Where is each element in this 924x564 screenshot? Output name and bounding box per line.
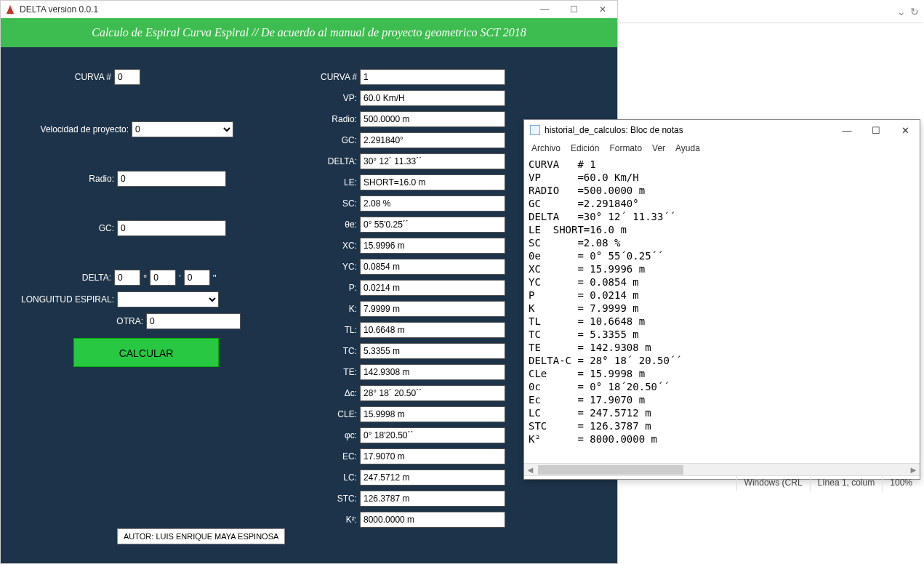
author-label: AUTOR: LUIS ENRIQUE MAYA ESPINOSA — [117, 528, 285, 544]
notepad-statusbar: Windows (CRL Línea 1, colum 100% — [524, 475, 920, 491]
delta-titlebar[interactable]: DELTA version 0.0.1 — ☐ ✕ — [1, 1, 617, 18]
app-icon — [5, 4, 15, 15]
output-panel: CURVA # VP: Radio: GC: DELTA: LE: SC: θe… — [321, 69, 510, 533]
out-tl[interactable] — [360, 322, 505, 338]
out-k[interactable] — [360, 301, 505, 317]
out-gc[interactable] — [360, 132, 505, 148]
notepad-titlebar[interactable]: historial_de_calculos: Bloc de notas — ☐… — [524, 120, 920, 140]
delta-header-banner: Calculo de Espiral Curva Espiral // De a… — [1, 18, 617, 47]
scroll-right-icon[interactable]: ► — [907, 464, 920, 475]
close-button[interactable]: ✕ — [588, 1, 617, 17]
out-radio[interactable] — [360, 111, 505, 127]
horizontal-scrollbar[interactable]: ◄ ► — [524, 463, 920, 475]
min-symbol: ' — [179, 273, 180, 283]
out-stc-label: STC: — [321, 494, 357, 504]
notepad-menu: Archivo Edición Formato Ver Ayuda — [524, 140, 920, 156]
out-lc[interactable] — [360, 470, 505, 486]
out-cle-label: CLE: — [321, 409, 357, 419]
header-text: Calculo de Espiral Curva Espiral // De a… — [92, 26, 526, 39]
scroll-thumb[interactable] — [538, 465, 683, 475]
out-le-label: LE: — [321, 177, 357, 188]
menu-ayuda[interactable]: Ayuda — [675, 143, 700, 153]
curva-input-label: CURVA # — [71, 72, 111, 82]
out-curva[interactable] — [360, 69, 505, 85]
out-gc-label: GC: — [321, 135, 357, 145]
out-vp[interactable] — [360, 90, 505, 106]
out-tc[interactable] — [360, 343, 505, 359]
out-sc-label: SC: — [321, 198, 357, 209]
notepad-textarea[interactable]: CURVA # 1 VP =60.0 Km/H RADIO =500.0000 … — [524, 156, 920, 463]
radio-input-label: Radio: — [82, 174, 114, 184]
out-k2[interactable] — [360, 512, 505, 528]
otra-input-label: OTRA: — [114, 316, 143, 326]
out-cle[interactable] — [360, 406, 505, 422]
out-vp-label: VP: — [321, 93, 357, 103]
menu-ver[interactable]: Ver — [652, 143, 665, 153]
out-thetae-label: θe: — [321, 219, 357, 230]
out-le[interactable] — [360, 174, 505, 190]
curva-input[interactable] — [114, 69, 140, 85]
delta-sec-input[interactable] — [184, 270, 210, 286]
minimize-button[interactable]: — — [530, 1, 559, 17]
otra-input[interactable] — [146, 313, 241, 329]
notepad-icon — [530, 125, 540, 135]
out-yc-label: YC: — [321, 262, 357, 272]
delta-min-input[interactable] — [150, 270, 176, 286]
status-zoom: 100% — [882, 476, 920, 491]
background-browser-bar: ⌄ ↻ — [618, 0, 923, 23]
delta-input-label: DELTA: — [71, 273, 111, 283]
out-delta-label: DELTA: — [321, 156, 357, 166]
notepad-window: historial_de_calculos: Bloc de notas — ☐… — [523, 119, 920, 480]
radio-input[interactable] — [117, 171, 226, 187]
out-tc-label: TC: — [321, 346, 357, 356]
delta-deg-input[interactable] — [114, 270, 140, 286]
status-encoding: Windows (CRL — [736, 476, 810, 491]
vp-input-label: Velocidad de proyecto: — [15, 124, 129, 134]
sec-symbol: '' — [213, 273, 217, 283]
gc-input[interactable] — [117, 220, 226, 236]
out-deltac[interactable] — [360, 385, 505, 401]
calcular-button[interactable]: CALCULAR — [73, 338, 219, 367]
refresh-icon[interactable]: ↻ — [910, 6, 919, 17]
menu-formato[interactable]: Formato — [609, 143, 642, 153]
notepad-minimize-button[interactable]: — — [832, 121, 861, 140]
vp-select[interactable]: 0 — [132, 121, 233, 137]
out-xc[interactable] — [360, 238, 505, 254]
out-deltac-label: Δc: — [321, 388, 357, 398]
out-lc-label: LC: — [321, 472, 357, 483]
out-phic-label: φc: — [321, 430, 357, 440]
out-radio-label: Radio: — [321, 114, 357, 124]
status-position: Línea 1, colum — [810, 476, 883, 491]
le-input-label: LONGUITUD ESPIRAL: — [15, 294, 114, 305]
notepad-close-button[interactable]: ✕ — [891, 121, 920, 140]
dropdown-arrow-icon[interactable]: ⌄ — [897, 6, 906, 17]
out-thetae[interactable] — [360, 217, 505, 233]
out-k2-label: K²: — [321, 515, 357, 525]
out-te[interactable] — [360, 364, 505, 380]
notepad-title: historial_de_calculos: Bloc de notas — [545, 125, 683, 135]
out-curva-label: CURVA # — [321, 72, 357, 82]
deg-symbol: ° — [143, 273, 147, 283]
out-te-label: TE: — [321, 367, 357, 377]
scroll-left-icon[interactable]: ◄ — [524, 464, 537, 475]
out-k-label: K: — [321, 304, 357, 314]
out-delta[interactable] — [360, 153, 505, 169]
out-phic[interactable] — [360, 427, 505, 443]
out-ec[interactable] — [360, 448, 505, 464]
out-p-label: P: — [321, 283, 357, 293]
out-tl-label: TL: — [321, 325, 357, 335]
out-stc[interactable] — [360, 491, 505, 507]
out-yc[interactable] — [360, 259, 505, 275]
menu-edicion[interactable]: Edición — [571, 143, 599, 153]
menu-archivo[interactable]: Archivo — [531, 143, 561, 153]
out-p[interactable] — [360, 280, 505, 296]
delta-title-text: DELTA version 0.0.1 — [20, 4, 98, 15]
le-select[interactable] — [117, 291, 219, 307]
svg-marker-0 — [7, 5, 15, 14]
input-panel: CURVA # Velocidad de proyecto: 0 Radio: … — [15, 69, 241, 367]
maximize-button[interactable]: ☐ — [559, 1, 588, 17]
notepad-maximize-button[interactable]: ☐ — [861, 121, 891, 140]
out-sc[interactable] — [360, 196, 505, 212]
gc-input-label: GC: — [88, 223, 114, 233]
out-ec-label: EC: — [321, 451, 357, 462]
